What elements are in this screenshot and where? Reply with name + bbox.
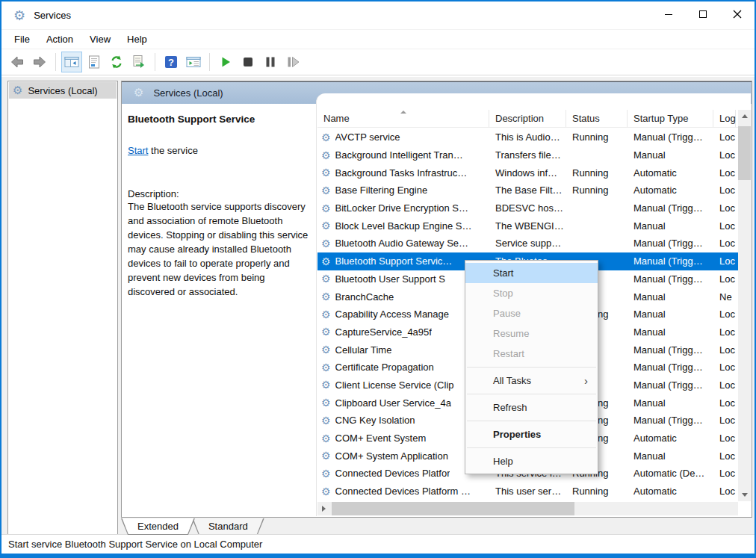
column-header-name[interactable]: Name bbox=[317, 110, 489, 127]
column-header-label: Name bbox=[323, 113, 350, 124]
service-name: Clipboard User Service_4a bbox=[335, 397, 451, 409]
service-name: CaptureService_4a95f bbox=[335, 326, 432, 338]
horizontal-scrollbar-thumb[interactable] bbox=[332, 502, 574, 515]
service-row[interactable]: ⚙AVCTP serviceThis is Audio…RunningManua… bbox=[317, 128, 738, 146]
close-button[interactable] bbox=[720, 1, 755, 29]
service-row[interactable]: ⚙Background Tasks Infrastruc…Windows inf… bbox=[317, 164, 738, 182]
service-name: Client License Service (Clip bbox=[335, 379, 454, 391]
toolbar-stop-service-button[interactable] bbox=[238, 52, 258, 72]
service-log-on-as-cell: Ne bbox=[713, 288, 736, 306]
service-startup-type-cell: Automatic bbox=[628, 430, 713, 447]
service-startup-type-cell: Manual (Trigg… bbox=[628, 412, 713, 430]
horizontal-scrollbar[interactable] bbox=[317, 502, 738, 515]
pause-service-icon bbox=[262, 54, 279, 70]
vertical-scrollbar-thumb[interactable] bbox=[738, 126, 751, 180]
toolbar-back-button[interactable] bbox=[7, 52, 28, 72]
title-bar[interactable]: ⚙ Services bbox=[1, 1, 755, 30]
show-action-pane-icon bbox=[185, 54, 202, 70]
toolbar-help-button[interactable]: ? bbox=[161, 52, 182, 72]
toolbar-properties-button[interactable] bbox=[84, 52, 105, 72]
toolbar-refresh-button[interactable] bbox=[106, 52, 127, 72]
stop-service-icon bbox=[240, 54, 256, 70]
scroll-down-button[interactable] bbox=[738, 489, 751, 501]
context-menu-item-label: Restart bbox=[493, 348, 524, 359]
tab-extended[interactable]: Extended bbox=[121, 518, 195, 535]
chevron-right-icon bbox=[322, 506, 326, 512]
menu-help[interactable]: Help bbox=[119, 31, 155, 48]
column-headers: NameDescriptionStatusStartup TypeLog bbox=[317, 110, 738, 128]
service-gear-icon: ⚙ bbox=[321, 132, 331, 143]
menu-action[interactable]: Action bbox=[38, 31, 81, 48]
svg-text:?: ? bbox=[168, 57, 174, 68]
service-row[interactable]: ⚙Background Intelligent Tran…Transfers f… bbox=[317, 146, 738, 164]
toolbar-separator bbox=[55, 53, 56, 71]
tree-item-services-local[interactable]: ⚙ Services (Local) bbox=[9, 82, 117, 99]
service-name: Bluetooth Support Servic… bbox=[335, 255, 453, 267]
toolbar-start-service-button[interactable] bbox=[215, 52, 236, 72]
context-menu-item-help[interactable]: Help bbox=[465, 451, 598, 471]
scroll-up-button[interactable] bbox=[738, 110, 751, 123]
service-startup-type-cell: Automatic bbox=[628, 164, 713, 182]
column-header-status[interactable]: Status bbox=[566, 110, 628, 127]
toolbar-forward-button[interactable] bbox=[29, 52, 50, 72]
context-menu-item-pause[interactable]: Pause bbox=[465, 303, 598, 323]
context-menu-item-all-tasks[interactable]: All Tasks› bbox=[465, 371, 598, 391]
service-row[interactable]: ⚙BitLocker Drive Encryption S…BDESVC hos… bbox=[317, 199, 738, 217]
service-gear-icon: ⚙ bbox=[321, 326, 331, 337]
service-log-on-as-cell: Loc bbox=[713, 359, 736, 376]
context-menu-item-restart[interactable]: Restart bbox=[465, 344, 598, 364]
service-gear-icon: ⚙ bbox=[321, 220, 331, 231]
start-service-link[interactable]: Start bbox=[128, 145, 148, 156]
menu-view[interactable]: View bbox=[81, 31, 119, 48]
service-gear-icon: ⚙ bbox=[321, 291, 331, 302]
service-startup-type-cell: Automatic (De… bbox=[628, 465, 713, 483]
toolbar-restart-service-button[interactable] bbox=[282, 52, 303, 72]
service-log-on-as-cell: Loc bbox=[713, 146, 736, 164]
scroll-right-button[interactable] bbox=[317, 502, 330, 515]
menu-file[interactable]: File bbox=[6, 31, 38, 48]
service-action-suffix: the service bbox=[148, 145, 197, 156]
service-row[interactable]: ⚙Bluetooth Audio Gateway Se…Service supp… bbox=[317, 235, 738, 252]
service-gear-icon: ⚙ bbox=[321, 203, 331, 214]
service-status-cell bbox=[566, 199, 628, 217]
maximize-button[interactable] bbox=[686, 1, 720, 29]
forward-icon bbox=[31, 54, 48, 70]
service-name: Capability Access Manage bbox=[335, 309, 449, 320]
column-header-startup-type[interactable]: Startup Type bbox=[628, 110, 713, 127]
service-name: Background Tasks Infrastruc… bbox=[335, 167, 468, 179]
toolbar-pause-service-button[interactable] bbox=[260, 52, 281, 72]
service-name-cell: ⚙Block Level Backup Engine S… bbox=[317, 217, 489, 235]
minimize-button[interactable] bbox=[651, 1, 686, 29]
column-header-description[interactable]: Description bbox=[489, 110, 566, 127]
column-header-label: Startup Type bbox=[633, 113, 688, 124]
service-log-on-as-cell: Loc bbox=[713, 412, 736, 430]
service-row[interactable]: ⚙Base Filtering EngineThe Base Filt…Runn… bbox=[317, 182, 738, 199]
toolbar-show-console-tree-button[interactable] bbox=[61, 52, 82, 72]
service-startup-type-cell: Manual (Trigg… bbox=[628, 270, 713, 288]
toolbar-show-action-pane-button[interactable] bbox=[183, 52, 204, 72]
column-header-log[interactable]: Log bbox=[713, 110, 736, 127]
service-gear-icon: ⚙ bbox=[321, 309, 331, 320]
toolbar: ? bbox=[1, 49, 755, 75]
export-list-icon bbox=[131, 54, 147, 70]
service-gear-icon: ⚙ bbox=[321, 415, 331, 426]
tab-standard[interactable]: Standard bbox=[192, 518, 264, 535]
toolbar-export-list-button[interactable] bbox=[128, 52, 149, 72]
context-menu-item-start[interactable]: Start bbox=[465, 263, 598, 283]
context-menu-item-properties[interactable]: Properties bbox=[465, 424, 598, 444]
service-row[interactable]: ⚙Connected Devices Platform …This user s… bbox=[317, 483, 738, 500]
service-name: Block Level Backup Engine S… bbox=[335, 220, 472, 232]
context-menu-item-resume[interactable]: Resume bbox=[465, 323, 598, 344]
service-name: Connected Devices Platform … bbox=[335, 486, 471, 497]
context-menu-item-refresh[interactable]: Refresh bbox=[465, 397, 598, 418]
show-console-tree-icon bbox=[63, 54, 80, 70]
service-row[interactable]: ⚙Block Level Backup Engine S…The WBENGI…… bbox=[317, 217, 738, 235]
maximize-icon bbox=[698, 10, 707, 21]
context-menu-item-label: Start bbox=[493, 267, 513, 279]
service-gear-icon: ⚙ bbox=[321, 397, 331, 408]
service-description-cell: BDESVC hos… bbox=[489, 199, 566, 217]
service-log-on-as-cell: Loc bbox=[713, 465, 736, 483]
context-menu-item-stop[interactable]: Stop bbox=[465, 283, 598, 303]
description-label: Description: bbox=[128, 188, 309, 199]
vertical-scrollbar[interactable] bbox=[738, 110, 751, 501]
